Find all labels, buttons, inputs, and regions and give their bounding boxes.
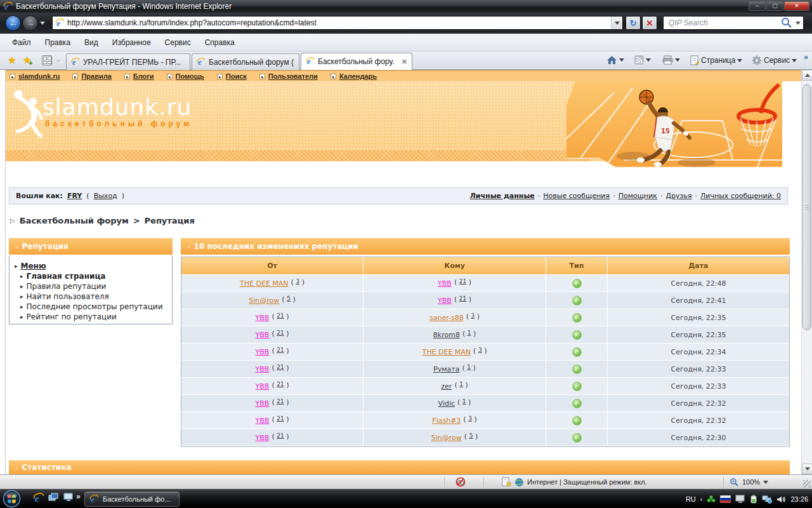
- rep-count-link[interactable]: 1: [462, 398, 466, 404]
- menu-help[interactable]: Справка: [198, 38, 242, 47]
- nav-link-calendar[interactable]: Календарь: [339, 72, 377, 80]
- user-link[interactable]: THE DEE MAN: [240, 279, 289, 288]
- quicklaunch-overflow-icon[interactable]: »: [76, 492, 81, 501]
- rep-count-link[interactable]: 3: [468, 415, 472, 422]
- menu-view[interactable]: Вид: [77, 38, 105, 47]
- nav-link-home[interactable]: slamdunk.ru: [18, 72, 60, 80]
- sidebar-menu-header[interactable]: Меню: [21, 261, 46, 271]
- user-link[interactable]: YBB: [438, 297, 452, 305]
- rep-count-link[interactable]: 21: [277, 415, 284, 422]
- rep-count-link[interactable]: 3: [296, 278, 299, 284]
- zoom-control[interactable]: 100%: [730, 475, 768, 489]
- search-box[interactable]: [663, 16, 804, 30]
- search-icon[interactable]: [780, 17, 793, 29]
- rep-count-link[interactable]: 5: [287, 295, 291, 302]
- rep-count-link[interactable]: 21: [277, 312, 284, 319]
- sidebar-item-recent-views[interactable]: Последние просмотры репутации: [27, 302, 163, 312]
- rep-count-link[interactable]: 21: [277, 432, 284, 439]
- qip-tray-icon[interactable]: [707, 495, 716, 504]
- favorites-star-icon[interactable]: ★: [8, 55, 16, 66]
- search-input[interactable]: [664, 18, 780, 27]
- search-dropdown-icon[interactable]: [793, 22, 803, 25]
- user-link[interactable]: YBB: [256, 399, 270, 408]
- stop-button[interactable]: ✕: [642, 16, 657, 30]
- forward-button[interactable]: →: [22, 15, 38, 31]
- rep-count-link[interactable]: 21: [277, 330, 284, 336]
- scrollbar-down-icon[interactable]: [802, 464, 812, 474]
- nav-link-users[interactable]: Пользователи: [268, 72, 318, 80]
- tab-1[interactable]: УРАЛ-ГРЕЙТ ПЕРМЬ - ПР...: [66, 53, 190, 70]
- close-button[interactable]: ✕: [784, 1, 809, 11]
- rep-count-link[interactable]: 21: [277, 381, 284, 387]
- rep-count-link[interactable]: 3: [478, 347, 482, 353]
- volume-icon[interactable]: [776, 495, 786, 504]
- display-tray-icon[interactable]: [735, 495, 745, 504]
- feeds-button[interactable]: [634, 55, 651, 65]
- user-link[interactable]: zer: [441, 382, 452, 391]
- rep-count-link[interactable]: 21: [459, 295, 466, 302]
- user-link[interactable]: Flash#3: [432, 417, 461, 425]
- user-link[interactable]: YBB: [256, 382, 270, 391]
- tray-collapse-icon[interactable]: ‹: [700, 495, 703, 503]
- user-link[interactable]: saner-s88: [429, 314, 464, 322]
- friends-link[interactable]: Друзья: [666, 192, 692, 200]
- rep-count-link[interactable]: 21: [459, 278, 466, 284]
- taskbar-window-button[interactable]: Баскетбольный фо...: [84, 491, 180, 507]
- sidebar-item-rules[interactable]: Правила репутации: [27, 281, 107, 291]
- minimize-button[interactable]: –: [749, 1, 766, 11]
- user-link[interactable]: 8krom8: [433, 331, 460, 339]
- home-button[interactable]: [606, 55, 624, 65]
- address-bar[interactable]: [52, 16, 623, 30]
- address-dropdown-button[interactable]: [611, 17, 622, 29]
- menu-favorites[interactable]: Избранное: [105, 38, 158, 47]
- new-messages-link[interactable]: Новые сообщения: [543, 192, 610, 200]
- nav-link-help[interactable]: Помощь: [176, 72, 204, 80]
- menu-file[interactable]: Файл: [5, 38, 38, 47]
- quick-tabs-icon[interactable]: [42, 55, 52, 65]
- user-link[interactable]: YBB: [256, 365, 270, 373]
- switch-windows-icon[interactable]: [48, 493, 59, 504]
- history-dropdown-icon[interactable]: [40, 22, 45, 25]
- toolbar-overflow-icon[interactable]: »: [804, 53, 808, 62]
- start-orb[interactable]: [3, 490, 21, 508]
- sidebar-item-rating[interactable]: Рейтинг по репутации: [27, 312, 117, 322]
- page-menu-button[interactable]: Страница: [690, 55, 742, 65]
- tab-2[interactable]: Баскетбольный форум (Р...: [192, 53, 299, 70]
- sidebar-item-find-user[interactable]: Найти пользователя: [27, 291, 109, 302]
- user-link[interactable]: THE DEE MAN: [422, 348, 471, 356]
- maximize-button[interactable]: ▢: [766, 1, 783, 11]
- user-link[interactable]: YBB: [256, 434, 270, 442]
- resize-grip[interactable]: [803, 480, 811, 488]
- nav-link-blogs[interactable]: Блоги: [133, 72, 154, 80]
- tab-close-icon[interactable]: ✕: [402, 58, 407, 66]
- user-link[interactable]: 5in@row: [249, 297, 279, 305]
- print-button[interactable]: [662, 55, 680, 65]
- quicklaunch-ie-icon[interactable]: [33, 493, 44, 504]
- private-messages-link[interactable]: Личных сообщений: 0: [700, 192, 781, 200]
- user-link[interactable]: YBB: [438, 279, 452, 288]
- user-link[interactable]: Vidic: [438, 399, 455, 408]
- zoom-dropdown-icon[interactable]: [763, 481, 768, 484]
- address-input[interactable]: [67, 18, 611, 27]
- battery-icon[interactable]: [750, 495, 757, 504]
- rep-count-link[interactable]: 21: [277, 398, 284, 404]
- username-link[interactable]: FRY: [67, 192, 82, 200]
- menu-tools[interactable]: Сервис: [158, 38, 198, 47]
- rep-count-link[interactable]: 5: [469, 432, 473, 439]
- vertical-scrollbar[interactable]: [801, 70, 812, 474]
- clock[interactable]: 23:26: [790, 495, 808, 503]
- sidebar-item-main[interactable]: Главная страница: [27, 271, 106, 281]
- back-button[interactable]: ←: [5, 15, 21, 31]
- breadcrumb-forum-link[interactable]: Баскетбольный форум: [20, 216, 129, 225]
- tab-3-active[interactable]: Баскетбольный фору... ✕: [301, 53, 412, 70]
- rep-count-link[interactable]: 1: [467, 364, 471, 370]
- nav-link-rules[interactable]: Правила: [81, 72, 111, 80]
- refresh-button[interactable]: ↻: [625, 16, 641, 30]
- rep-count-link[interactable]: 3: [471, 312, 475, 319]
- tools-menu-button[interactable]: Сервис: [752, 55, 797, 65]
- user-link[interactable]: Румата: [433, 365, 459, 373]
- add-favorite-icon[interactable]: ★+: [23, 55, 35, 67]
- user-link[interactable]: YBB: [256, 348, 270, 356]
- menu-edit[interactable]: Правка: [38, 38, 78, 47]
- rep-count-link[interactable]: 1: [468, 330, 471, 336]
